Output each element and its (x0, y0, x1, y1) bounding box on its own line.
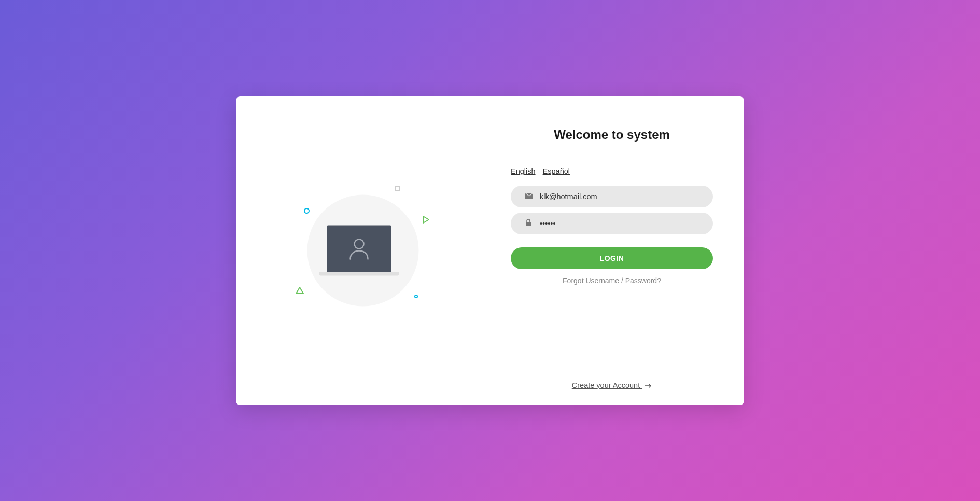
login-illustration (290, 178, 436, 323)
lock-icon (525, 219, 531, 228)
svg-rect-1 (526, 222, 531, 226)
lang-spanish-link[interactable]: Español (543, 167, 570, 175)
lang-english-link[interactable]: English (511, 167, 536, 175)
login-card: Welcome to system English Español LOGIN … (236, 96, 744, 405)
illustration-pane (236, 96, 490, 405)
svg-point-0 (355, 240, 364, 249)
email-input[interactable] (511, 186, 713, 207)
login-button[interactable]: LOGIN (511, 247, 713, 269)
envelope-icon (525, 192, 533, 201)
forgot-text: Forgot Username / Password? (511, 276, 713, 285)
language-links: English Español (511, 167, 713, 175)
password-input-wrap (511, 213, 713, 234)
shape-circle-icon (304, 208, 310, 214)
forgot-link[interactable]: Username / Password? (585, 276, 661, 285)
shape-play-triangle-icon (423, 216, 429, 224)
user-avatar-icon (348, 238, 370, 260)
laptop-icon (327, 226, 399, 276)
arrow-right-icon (645, 381, 652, 389)
shape-square-icon (395, 186, 400, 191)
create-account-row: Create your Account (511, 381, 713, 389)
forgot-prefix: Forgot (563, 276, 585, 285)
password-input[interactable] (511, 213, 713, 234)
shape-triangle-icon (296, 287, 304, 294)
shape-small-circle-icon (414, 295, 418, 298)
form-pane: Welcome to system English Español LOGIN … (490, 96, 744, 405)
page-title: Welcome to system (511, 128, 713, 142)
email-input-wrap (511, 186, 713, 207)
create-account-link[interactable]: Create your Account (572, 381, 642, 389)
